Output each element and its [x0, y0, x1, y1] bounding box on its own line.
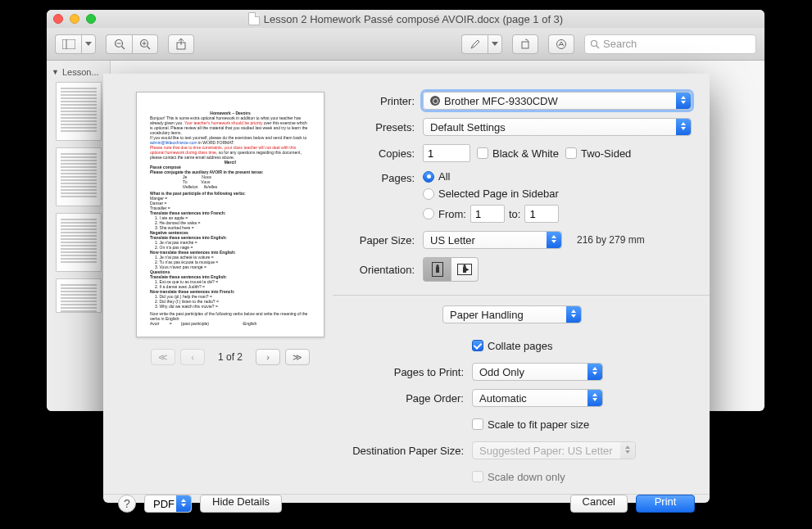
svg-line-7 [147, 46, 151, 49]
svg-marker-2 [85, 42, 92, 46]
svg-rect-14 [522, 42, 528, 48]
highlight-button[interactable] [461, 34, 488, 54]
presets-label: Presets: [333, 121, 423, 133]
papersize-select[interactable]: US Letter [423, 231, 562, 249]
orientation-label: Orientation: [333, 264, 423, 276]
sidebar-view-button[interactable] [55, 34, 81, 54]
sidebar-view-dropdown[interactable] [81, 34, 96, 54]
pager-last-button[interactable]: ≫ [285, 349, 310, 365]
toolbar: Search [47, 28, 764, 61]
document-icon [248, 12, 260, 25]
printer-label: Printer: [333, 95, 423, 107]
section-select[interactable]: Paper Handling [442, 305, 582, 323]
pager-first-button[interactable]: ≪ [151, 349, 175, 365]
markup-button[interactable] [548, 34, 574, 54]
collate-checkbox[interactable] [472, 340, 483, 351]
pages-label: Pages: [333, 170, 423, 184]
sidebar: ▼Lesson... [47, 61, 111, 411]
orientation-portrait-button[interactable] [423, 257, 451, 282]
scaledown-label: Scale down only [488, 471, 565, 483]
sidebar-doc-label: Lesson... [62, 67, 99, 77]
svg-line-4 [121, 46, 125, 49]
rotate-button[interactable] [512, 34, 538, 54]
svg-marker-13 [492, 42, 498, 46]
help-button[interactable]: ? [118, 495, 136, 513]
bw-label: Black & White [492, 147, 559, 160]
svg-rect-0 [62, 39, 75, 49]
pager-prev-button[interactable]: ‹ [180, 349, 205, 365]
svg-marker-12 [471, 40, 479, 48]
collate-label: Collate pages [488, 340, 553, 352]
pdf-menu-button[interactable]: PDF [144, 495, 192, 513]
hide-details-button[interactable]: Hide Details [200, 495, 282, 513]
cancel-button[interactable]: Cancel [570, 495, 628, 513]
twosided-label: Two-Sided [581, 147, 631, 160]
pages-from-label: From: [438, 208, 466, 220]
search-placeholder: Search [603, 38, 637, 50]
svg-point-17 [592, 40, 597, 46]
scalefit-label: Scale to fit paper size [488, 418, 589, 431]
pages-all-radio[interactable] [423, 171, 434, 183]
pages-from-radio[interactable] [423, 208, 434, 219]
sidebar-thumb-1[interactable] [56, 82, 102, 141]
pages-from-input[interactable] [470, 205, 505, 223]
window-title: Lesson 2 Homework Passé composé AVOIR.do… [264, 13, 563, 25]
presets-select[interactable]: Default Settings [423, 118, 692, 136]
pagestoprint-label: Pages to Print: [333, 366, 472, 378]
portrait-icon [432, 262, 443, 277]
print-button[interactable]: Print [636, 495, 695, 513]
highlight-dropdown[interactable] [488, 34, 502, 54]
bw-checkbox[interactable] [477, 147, 488, 159]
copies-input[interactable] [423, 144, 470, 162]
search-icon [590, 39, 600, 49]
sidebar-thumb-2[interactable] [56, 147, 102, 206]
search-input[interactable]: Search [584, 34, 756, 54]
scalefit-checkbox[interactable] [472, 418, 483, 430]
titlebar: Lesson 2 Homework Passé composé AVOIR.do… [47, 10, 764, 28]
pages-all-label: All [438, 170, 450, 183]
pager-next-button[interactable]: › [256, 349, 280, 365]
pages-to-input[interactable] [524, 205, 559, 223]
destpaper-select: Suggested Paper: US Letter [472, 441, 636, 459]
copies-label: Copies: [333, 147, 423, 160]
page-preview: Homework – Devoirs Bonjour! This is some… [136, 92, 324, 337]
papersize-label: Paper Size: [333, 234, 423, 246]
print-dialog: Homework – Devoirs Bonjour! This is some… [103, 74, 710, 503]
dialog-footer: ? PDF Hide Details Cancel Print [103, 494, 710, 513]
pager-label: 1 of 2 [218, 351, 243, 363]
pageorder-select[interactable]: Automatic [472, 389, 603, 407]
pages-selected-label: Selected Page in Sidebar [438, 188, 559, 200]
printer-status-icon [430, 96, 440, 106]
share-button[interactable] [168, 34, 194, 54]
pageorder-label: Page Order: [333, 392, 472, 405]
zoom-out-button[interactable] [106, 34, 132, 54]
printer-select[interactable]: Brother MFC-9330CDW [423, 92, 692, 110]
pages-selected-radio[interactable] [423, 188, 434, 200]
pages-to-label: to: [509, 208, 520, 220]
sidebar-thumb-3[interactable] [56, 213, 102, 272]
preview-pager: ≪ ‹ 1 of 2 › ≫ [151, 349, 310, 365]
sidebar-thumb-4[interactable] [56, 278, 102, 313]
svg-line-18 [597, 46, 599, 48]
scaledown-checkbox [472, 471, 483, 482]
destpaper-label: Destination Paper Size: [333, 445, 472, 457]
paper-dimensions: 216 by 279 mm [577, 234, 645, 246]
zoom-in-button[interactable] [132, 34, 158, 54]
landscape-icon: ▸ [457, 264, 472, 275]
orientation-landscape-button[interactable]: ▸ [451, 257, 479, 282]
pagestoprint-select[interactable]: Odd Only [472, 363, 603, 381]
twosided-checkbox[interactable] [565, 147, 577, 159]
